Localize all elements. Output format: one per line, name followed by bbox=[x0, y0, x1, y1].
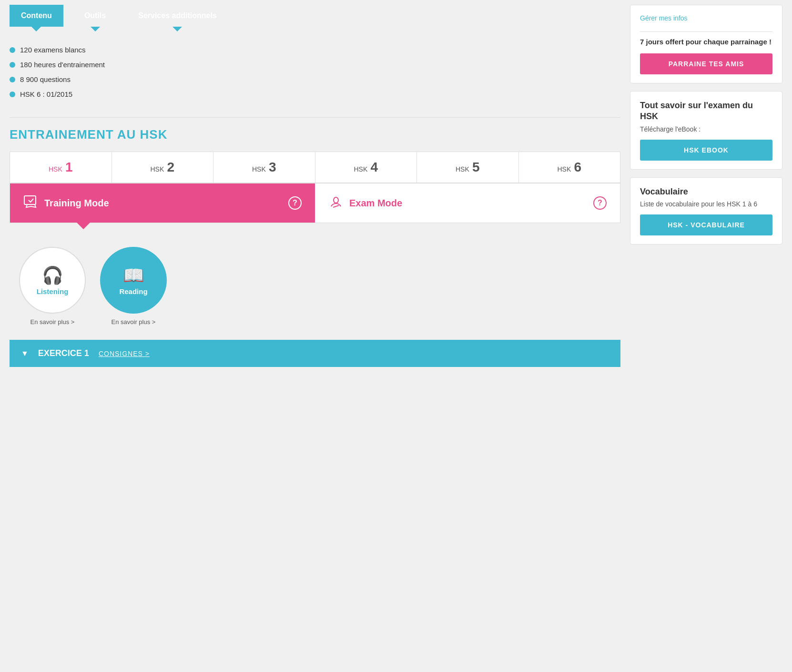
listening-label: Listening bbox=[37, 287, 69, 295]
vocab-subtitle: Liste de vocabulaire pour les HSK 1 à 6 bbox=[640, 200, 772, 208]
headphones-icon: 🎧 bbox=[42, 265, 63, 285]
hsk-tab-1[interactable]: HSK 1 bbox=[10, 152, 112, 183]
list-item: 120 examens blancs bbox=[10, 46, 620, 54]
reading-label: Reading bbox=[119, 287, 147, 295]
feature-list: 120 examens blancs 180 heures d'entraine… bbox=[10, 36, 620, 110]
mode-button-group: Training Mode ? Exam Mode ? bbox=[10, 183, 620, 223]
tab-services[interactable]: Services additionnels bbox=[127, 5, 228, 27]
gerer-infos-link[interactable]: Gérer mes infos bbox=[640, 14, 688, 22]
sidebar-card-vocab: Vocabulaire Liste de vocabulaire pour le… bbox=[630, 177, 782, 244]
exercise-label: EXERCICE 1 bbox=[38, 348, 89, 358]
ebook-title: Tout savoir sur l'examen du HSK bbox=[640, 100, 772, 122]
sidebar-card-ebook: Tout savoir sur l'examen du HSK Téléchar… bbox=[630, 91, 782, 170]
reading-circle[interactable]: 📖 Reading bbox=[100, 247, 167, 314]
reading-activity: 📖 Reading En savoir plus > bbox=[100, 247, 167, 326]
vocab-title: Vocabulaire bbox=[640, 186, 772, 197]
hsk-tab-4[interactable]: HSK 4 bbox=[315, 152, 417, 183]
listening-circle[interactable]: 🎧 Listening bbox=[19, 247, 86, 314]
listening-more-link[interactable]: En savoir plus > bbox=[30, 318, 75, 326]
bullet-icon bbox=[10, 92, 15, 97]
bullet-icon bbox=[10, 77, 15, 82]
training-mode-button[interactable]: Training Mode ? bbox=[10, 183, 315, 223]
ebook-button[interactable]: HSK EBOOK bbox=[640, 140, 772, 161]
listening-activity: 🎧 Listening En savoir plus > bbox=[19, 247, 86, 326]
vocab-button[interactable]: HSK - VOCABULAIRE bbox=[640, 214, 772, 235]
ebook-subtitle: Télécharge l'eBook : bbox=[640, 125, 772, 133]
tab-contenu[interactable]: Contenu bbox=[10, 5, 63, 27]
svg-rect-0 bbox=[24, 196, 36, 204]
exam-mode-help[interactable]: ? bbox=[593, 196, 607, 210]
list-item: HSK 6 : 01/2015 bbox=[10, 90, 620, 98]
training-mode-icon bbox=[23, 194, 39, 212]
exercise-bar[interactable]: ▼ EXERCICE 1 CONSIGNES > bbox=[10, 340, 620, 367]
promo-text: 7 jours offert pour chaque parrainage ! bbox=[640, 37, 772, 47]
main-content: Contenu Outils Services additionnels 120… bbox=[10, 5, 620, 367]
section-divider bbox=[10, 117, 620, 118]
hsk-tab-5[interactable]: HSK 5 bbox=[417, 152, 519, 183]
exam-mode-icon bbox=[328, 194, 344, 212]
reading-more-link[interactable]: En savoir plus > bbox=[112, 318, 156, 326]
parraine-button[interactable]: PARRAINE TES AMIS bbox=[640, 53, 772, 74]
hsk-tab-2[interactable]: HSK 2 bbox=[112, 152, 214, 183]
training-mode-help[interactable]: ? bbox=[288, 196, 302, 210]
bullet-icon bbox=[10, 62, 15, 68]
section-title: ENTRAINEMENT AU HSK bbox=[10, 127, 620, 142]
card-divider bbox=[640, 31, 772, 32]
exercise-arrow-icon: ▼ bbox=[21, 349, 29, 358]
list-item: 180 heures d'entrainement bbox=[10, 61, 620, 69]
tab-outils[interactable]: Outils bbox=[73, 5, 117, 27]
exam-mode-button[interactable]: Exam Mode ? bbox=[315, 183, 620, 223]
sidebar-card-parrainage: Gérer mes infos 7 jours offert pour chaq… bbox=[630, 5, 782, 83]
list-item: 8 900 questions bbox=[10, 75, 620, 83]
svg-point-1 bbox=[334, 197, 338, 203]
training-mode-label: Training Mode bbox=[44, 198, 109, 209]
top-navigation: Contenu Outils Services additionnels bbox=[10, 5, 620, 27]
activity-circles: 🎧 Listening En savoir plus > 📖 Reading E… bbox=[10, 237, 620, 330]
book-icon: 📖 bbox=[123, 265, 144, 285]
hsk-tab-3[interactable]: HSK 3 bbox=[213, 152, 315, 183]
hsk-tab-group: HSK 1 HSK 2 HSK 3 HSK 4 HSK 5 HSK 6 bbox=[10, 152, 620, 183]
consignes-link[interactable]: CONSIGNES > bbox=[99, 350, 150, 357]
svg-line-2 bbox=[333, 205, 339, 207]
bullet-icon bbox=[10, 47, 15, 53]
sidebar: Gérer mes infos 7 jours offert pour chaq… bbox=[630, 5, 782, 367]
exam-mode-label: Exam Mode bbox=[349, 198, 402, 209]
hsk-tab-6[interactable]: HSK 6 bbox=[519, 152, 620, 183]
